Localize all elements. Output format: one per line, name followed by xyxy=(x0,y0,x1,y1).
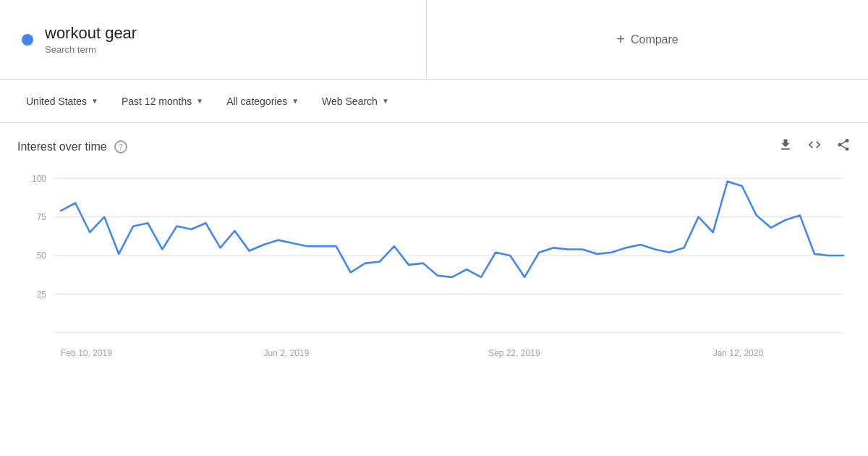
svg-text:75: 75 xyxy=(37,212,46,222)
search-term-section: workout gear Search term xyxy=(0,0,427,79)
chevron-down-icon: ▼ xyxy=(196,97,203,105)
filter-search-type-label: Web Search xyxy=(322,96,378,107)
chart-section: Interest over time ? xyxy=(0,123,868,402)
header: workout gear Search term + Compare xyxy=(0,0,868,80)
chart-actions xyxy=(778,138,851,156)
compare-button[interactable]: + Compare xyxy=(616,31,678,48)
svg-text:Feb 10, 2019: Feb 10, 2019 xyxy=(61,347,112,358)
filter-category-label: All categories xyxy=(226,96,287,107)
filter-period[interactable]: Past 12 months ▼ xyxy=(113,91,212,111)
search-term-text: workout gear Search term xyxy=(45,24,137,55)
filter-category[interactable]: All categories ▼ xyxy=(218,91,307,111)
filter-search-type[interactable]: Web Search ▼ xyxy=(313,91,398,111)
chevron-down-icon: ▼ xyxy=(292,97,299,105)
search-term-value: workout gear xyxy=(45,24,137,43)
svg-text:Jan 12, 2020: Jan 12, 2020 xyxy=(713,347,764,358)
help-icon[interactable]: ? xyxy=(114,140,127,153)
compare-label: Compare xyxy=(631,33,678,46)
embed-icon[interactable] xyxy=(807,138,822,156)
share-icon[interactable] xyxy=(836,138,851,156)
svg-text:100: 100 xyxy=(32,173,46,183)
chart-title-group: Interest over time ? xyxy=(17,140,127,153)
filter-period-label: Past 12 months xyxy=(122,96,192,107)
chart-header: Interest over time ? xyxy=(17,138,851,156)
chart-container: 100 75 50 25 Feb 10, 2019 Jun 2, 2019 Se… xyxy=(17,163,851,394)
search-term-label: Search term xyxy=(45,44,137,55)
chevron-down-icon: ▼ xyxy=(91,97,98,105)
svg-text:Sep 22, 2019: Sep 22, 2019 xyxy=(488,347,540,358)
trend-line xyxy=(61,182,843,277)
compare-section[interactable]: + Compare xyxy=(427,0,868,79)
search-term-dot xyxy=(22,34,33,46)
filter-region[interactable]: United States ▼ xyxy=(17,91,107,111)
plus-icon: + xyxy=(616,31,625,48)
chevron-down-icon: ▼ xyxy=(382,97,389,105)
chart-title: Interest over time xyxy=(17,140,107,153)
svg-text:Jun 2, 2019: Jun 2, 2019 xyxy=(264,347,310,358)
filter-bar: United States ▼ Past 12 months ▼ All cat… xyxy=(0,80,868,123)
filter-region-label: United States xyxy=(26,96,87,107)
svg-text:25: 25 xyxy=(37,289,46,299)
download-icon[interactable] xyxy=(778,138,793,156)
svg-text:50: 50 xyxy=(37,250,46,261)
trend-chart: 100 75 50 25 Feb 10, 2019 Jun 2, 2019 Se… xyxy=(17,163,851,394)
